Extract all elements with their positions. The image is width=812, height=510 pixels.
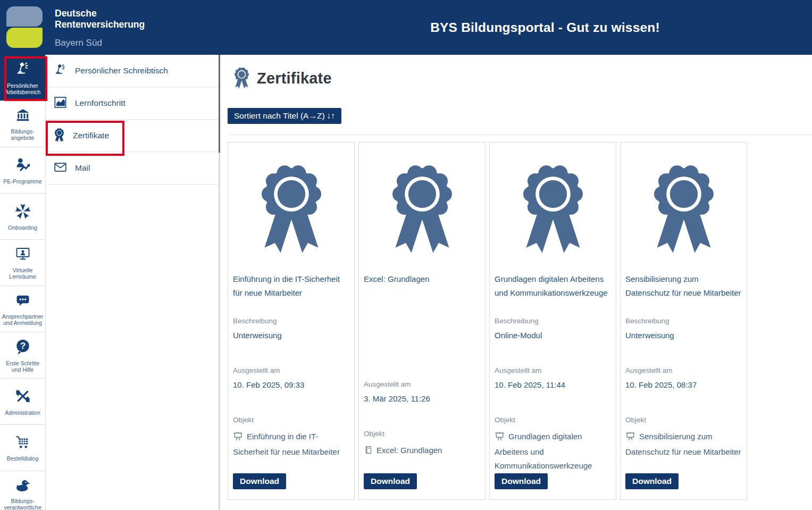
rail-item-label: Erste Schritte und Hilfe	[1, 360, 44, 373]
chat-icon	[14, 292, 31, 311]
issued-value: 10. Feb 2025, 11:44	[495, 380, 611, 389]
object-row: Einführung in die IT-Sicherheit für neue…	[233, 430, 351, 459]
object-value: Sensibilisierung zum Datenschutz für neu…	[625, 432, 741, 456]
bank-icon	[14, 107, 31, 126]
content-divider	[228, 135, 812, 135]
rail-item-onboarding[interactable]: Onboarding	[0, 194, 45, 240]
object-row: Excel: Grundlagen	[364, 444, 482, 459]
svg-text:?: ?	[20, 341, 25, 351]
object-row: Sensibilisierung zum Datenschutz für neu…	[625, 430, 743, 459]
certificate-card: Grundlagen digitalen Arbeitens und Kommu…	[489, 142, 616, 500]
nav-item-zertifikate[interactable]: Zertifikate	[46, 120, 219, 152]
rail-item-bildungsangebote[interactable]: Bildungs-angebote	[0, 101, 45, 147]
brand-line2: Rentenversicherung	[55, 19, 145, 30]
description-value: Online-Modul	[495, 331, 611, 340]
tools-icon	[14, 388, 31, 407]
document-icon	[364, 445, 373, 459]
virtual-classroom-icon	[14, 246, 31, 264]
presentation-icon	[625, 431, 635, 445]
description-label: Beschreibung	[495, 317, 611, 325]
help-icon: ?	[14, 338, 31, 357]
rail-item-label: PE-Programme	[3, 178, 41, 185]
issued-label: Ausgestellt am	[233, 366, 349, 374]
rail-item-ansprechpartner-und-anmeldung[interactable]: Ansprechpartner und Anmeldung	[0, 286, 45, 332]
sort-button[interactable]: Sortiert nach Titel (A→Z) ↓↑	[228, 108, 341, 124]
description-label: Beschreibung	[625, 317, 742, 325]
download-button[interactable]: Download	[364, 473, 417, 489]
issued-value: 3. Mär 2025, 11:26	[364, 394, 480, 403]
certificate-title: Sensibilisierung zum Datenschutz für neu…	[625, 272, 742, 300]
section-heading: Zertifikate	[257, 70, 332, 87]
drv-logo-top-shape	[6, 6, 43, 27]
object-label: Objekt	[233, 416, 349, 424]
issued-value: 10. Feb 2025, 09:33	[233, 380, 349, 389]
certificate-card: Einführung in die IT-Sicherheit für neue…	[228, 142, 355, 500]
download-button[interactable]: Download	[495, 473, 548, 489]
object-label: Objekt	[495, 416, 611, 424]
certificate-cards: Einführung in die IT-Sicherheit für neue…	[228, 142, 747, 500]
rail-item-label: Onboarding	[8, 224, 37, 231]
rail-item-label: Bestelldialog	[7, 455, 39, 462]
presentation-icon	[495, 431, 505, 445]
certificate-title: Excel: Grundlagen	[364, 272, 480, 286]
description-value: Unterweisung	[233, 331, 349, 340]
presentation-icon	[233, 431, 243, 445]
issued-label: Ausgestellt am	[625, 366, 742, 374]
drv-logo	[6, 5, 45, 49]
rail-item-label: Persönlicher Arbeitsbereich	[1, 82, 44, 95]
heading-row: Zertifikate	[232, 65, 332, 91]
rail-item-label: Administration	[5, 409, 40, 416]
mail-icon	[53, 160, 68, 177]
person-growth-icon	[14, 156, 31, 175]
drv-logo-bottom-shape	[6, 28, 43, 48]
certificate-title: Einführung in die IT-Sicherheit für neue…	[233, 272, 349, 300]
ribbon-icon	[228, 150, 354, 265]
object-row: Grundlagen digitalen Arbeitens und Kommu…	[495, 430, 613, 473]
object-value: Grundlagen digitalen Arbeitens und Kommu…	[495, 432, 592, 470]
issued-label: Ausgestellt am	[364, 380, 480, 388]
chart-icon	[53, 95, 68, 112]
nav-item-mail[interactable]: Mail	[46, 152, 219, 185]
rail-item-persoenlicher-arbeitsbereich[interactable]: Persönlicher Arbeitsbereich	[0, 55, 45, 101]
ribbon-icon	[621, 150, 747, 265]
nav-item-label: Lernfortschritt	[75, 98, 125, 108]
object-value: Einführung in die IT-Sicherheit für neue…	[233, 432, 340, 456]
brand-line1: Deutsche	[55, 8, 145, 19]
page-title: BYS Bildungsportal - Gut zu wissen!	[282, 0, 808, 55]
main-content: Zertifikate Sortiert nach Titel (A→Z) ↓↑…	[220, 55, 812, 510]
rail-item-virtuelle-lernraeume[interactable]: Virtuelle Lernräume	[0, 240, 45, 286]
certificate-title: Grundlagen digitalen Arbeitens und Kommu…	[495, 272, 611, 300]
nav-item-label: Mail	[75, 163, 90, 173]
rail-item-erste-schritte-und-hilfe[interactable]: ? Erste Schritte und Hilfe	[0, 332, 45, 379]
desk-lamp-icon	[53, 63, 68, 79]
brand-name: Deutsche Rentenversicherung	[55, 8, 145, 30]
description-value: Unterweisung	[625, 331, 742, 340]
certificate-card: Sensibilisierung zum Datenschutz für neu…	[620, 142, 747, 500]
certificate-card: Excel: Grundlagen Ausgestellt am 3. Mär …	[358, 142, 485, 500]
team-hands-icon	[14, 203, 31, 222]
rail-item-pe-programme[interactable]: PE-Programme	[0, 147, 45, 194]
ribbon-icon	[53, 127, 65, 145]
download-button[interactable]: Download	[625, 473, 679, 489]
nav-item-label: Zertifikate	[73, 131, 109, 140]
rail-item-label: Bildungs-angebote	[1, 128, 44, 141]
rail-item-label: Ansprechpartner und Anmeldung	[1, 313, 44, 326]
desk-lamp-icon	[14, 61, 31, 80]
nav-item-persoenlicher-schreibtisch[interactable]: Persönlicher Schreibtisch	[46, 55, 219, 87]
ribbon-icon	[359, 150, 485, 265]
issued-label: Ausgestellt am	[495, 366, 611, 374]
rail-item-bestelldialog[interactable]: Bestelldialog	[0, 425, 45, 471]
rail-item-administration[interactable]: Administration	[0, 379, 45, 425]
download-button[interactable]: Download	[233, 473, 286, 489]
object-value: Excel: Grundlagen	[376, 446, 442, 455]
description-label: Beschreibung	[233, 317, 349, 325]
ribbon-icon	[490, 150, 616, 265]
rail-item-bildungsverantwortliche[interactable]: Bildungs-verantwortliche	[0, 471, 45, 510]
duck-icon	[14, 478, 32, 495]
rail-item-label: Virtuelle Lernräume	[1, 267, 44, 280]
app-header: Deutsche Rentenversicherung Bayern Süd B…	[0, 0, 812, 55]
nav-item-lernfortschritt[interactable]: Lernfortschritt	[46, 87, 219, 120]
ribbon-icon	[232, 65, 251, 91]
object-label: Objekt	[625, 416, 742, 424]
nav-item-label: Persönlicher Schreibtisch	[75, 66, 168, 76]
